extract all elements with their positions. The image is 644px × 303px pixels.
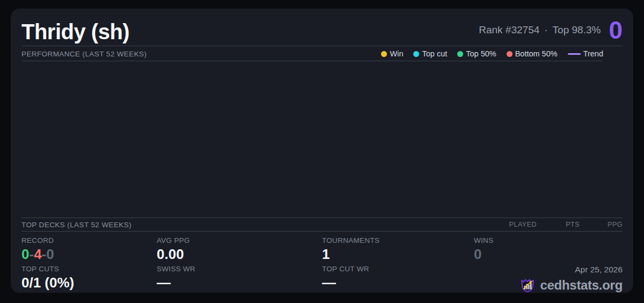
performance-header-row: PERFORMANCE (LAST 52 WEEKS) Win Top cut …	[21, 46, 623, 61]
top50-dot-icon	[457, 51, 463, 57]
brand-link[interactable]: cedhstats.org	[519, 277, 623, 293]
legend-label: Bottom 50%	[515, 49, 558, 58]
top-decks-section-title: TOP DECKS (LAST 52 WEEKS)	[21, 221, 131, 229]
legend-item-win: Win	[381, 49, 403, 58]
stat-label: TOP CUT WR	[322, 265, 474, 273]
card-header: Thridy (sh) Rank #32754 · Top 98.3% 0	[21, 9, 623, 46]
rank-label: Rank #32754	[479, 24, 539, 36]
stat-top-cut-wr: TOP CUT WR —	[322, 265, 474, 293]
legend-item-trend: Trend	[568, 49, 603, 58]
stat-swiss-wr: SWISS WR —	[157, 265, 322, 293]
stat-top-cuts: TOP CUTS 0/1 (0%)	[21, 265, 157, 293]
legend-label: Top 50%	[466, 49, 496, 58]
chart-legend: Win Top cut Top 50% Bottom 50% Trend	[381, 49, 623, 58]
wins-value: 0	[474, 247, 623, 262]
win-dot-icon	[381, 51, 387, 57]
page-title: Thridy (sh)	[21, 20, 129, 43]
top-cut-wr-value: —	[322, 275, 474, 291]
top-decks-columns: PLAYED PTS PPG	[494, 221, 623, 228]
column-header-pts: PTS	[537, 221, 580, 228]
stat-label: AVG PPG	[157, 236, 322, 244]
top-percent-label: Top 98.3%	[553, 24, 601, 36]
legend-item-bottom50: Bottom 50%	[507, 49, 558, 58]
stat-tournaments: TOURNAMENTS 1	[322, 236, 474, 262]
stat-label: SWISS WR	[157, 265, 322, 273]
footer: Apr 25, 2026 cedhstats.org	[474, 265, 623, 293]
rank-area: Rank #32754 · Top 98.3% 0	[479, 20, 623, 43]
trend-line-icon	[568, 53, 581, 55]
stat-wins: WINS 0	[474, 236, 623, 262]
top-cut-dot-icon	[413, 51, 419, 57]
legend-item-top50: Top 50%	[457, 49, 496, 58]
record-wins: 0	[21, 246, 29, 262]
performance-section-title: PERFORMANCE (LAST 52 WEEKS)	[21, 50, 147, 58]
cedhstats-logo-icon	[519, 277, 536, 293]
legend-label: Win	[390, 49, 403, 58]
stat-label: TOP CUTS	[21, 265, 157, 273]
legend-label: Trend	[583, 49, 603, 58]
stat-record: RECORD 0-4-0	[21, 236, 157, 262]
top-decks-header-row: TOP DECKS (LAST 52 WEEKS) PLAYED PTS PPG	[21, 218, 623, 232]
brand-text: cedhstats.org	[540, 278, 623, 293]
top-cuts-value: 0/1 (0%)	[21, 275, 157, 291]
column-header-ppg: PPG	[580, 221, 623, 228]
legend-item-top-cut: Top cut	[413, 49, 447, 58]
column-header-played: PLAYED	[494, 221, 537, 228]
dot-separator: ·	[544, 24, 547, 36]
tournaments-value: 1	[322, 247, 474, 262]
legend-label: Top cut	[422, 49, 447, 58]
performance-chart	[21, 61, 623, 218]
stat-label: TOURNAMENTS	[322, 236, 474, 244]
record-losses: 4	[34, 246, 41, 262]
headline-stat: 0	[609, 20, 623, 41]
stat-label: WINS	[474, 236, 623, 244]
stat-label: RECORD	[21, 236, 157, 244]
stats-grid: RECORD 0-4-0 AVG PPG 0.00 TOURNAMENTS 1 …	[21, 232, 623, 296]
record-draws: 0	[46, 246, 54, 262]
date-label: Apr 25, 2026	[575, 265, 623, 275]
swiss-wr-value: —	[157, 275, 322, 291]
bottom50-dot-icon	[507, 51, 513, 57]
stat-avg-ppg: AVG PPG 0.00	[157, 236, 322, 262]
avg-ppg-value: 0.00	[157, 247, 322, 262]
player-stats-card: Thridy (sh) Rank #32754 · Top 98.3% 0 PE…	[11, 9, 633, 293]
record-value: 0-4-0	[21, 247, 157, 262]
rank-text: Rank #32754 · Top 98.3%	[479, 24, 601, 36]
